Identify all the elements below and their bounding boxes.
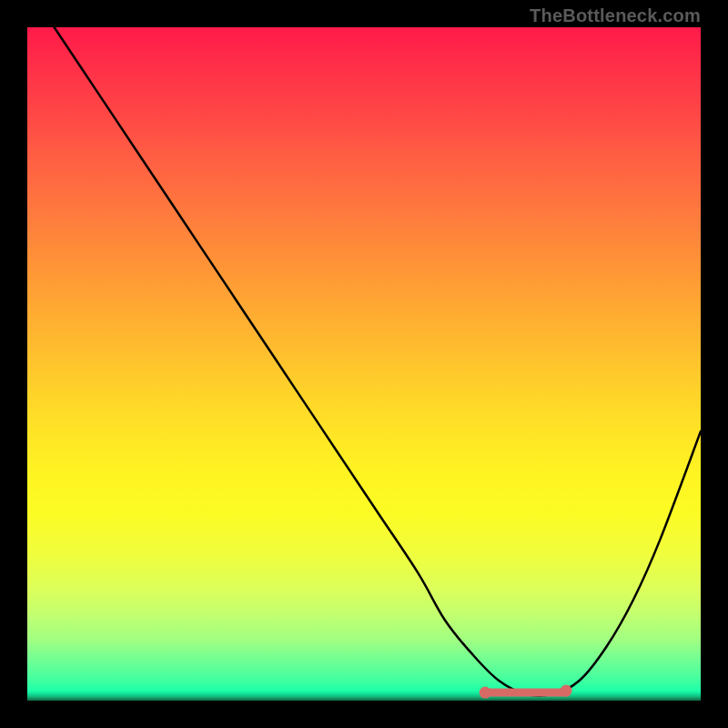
bottleneck-curve bbox=[55, 27, 701, 696]
curve-svg bbox=[27, 27, 701, 701]
flat-zone-dot bbox=[480, 687, 491, 699]
plot-area bbox=[27, 27, 701, 701]
flat-zone-dot bbox=[561, 685, 572, 697]
watermark-label: TheBottleneck.com bbox=[530, 5, 701, 26]
chart-container: TheBottleneck.com bbox=[0, 0, 728, 728]
flat-zone-markers bbox=[480, 685, 572, 699]
